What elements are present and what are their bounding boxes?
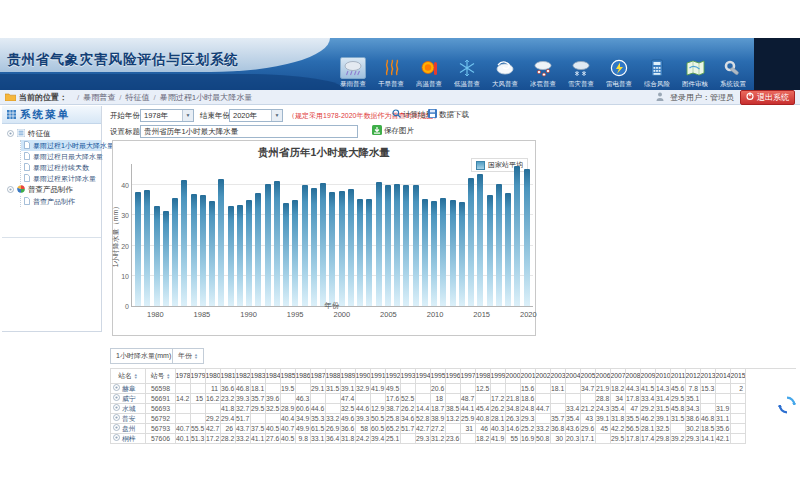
table-year-sort-box[interactable]: 年份 ▲▼ [172,348,204,364]
bar-2003[interactable] [366,199,372,306]
station-cell[interactable]: 盘州 [111,424,146,434]
download-button[interactable]: 数据下载 [428,109,469,120]
column-header-year[interactable]: 2015 [731,369,746,384]
sidebar-item[interactable]: 暴雨过程日最大降水量 [21,151,101,162]
column-header-year[interactable]: 2009 [641,369,656,384]
row-expander-icon[interactable] [113,424,120,433]
sort-arrows-icon[interactable]: ▲▼ [134,373,138,380]
bar-2008[interactable] [413,185,419,306]
bar-1984[interactable] [191,194,197,306]
column-header-year[interactable]: 1996 [446,369,461,384]
row-expander-icon[interactable] [113,394,120,403]
logout-button[interactable]: 退出系统 [740,90,795,105]
station-cell[interactable]: 赫章 [111,384,146,394]
column-header-station[interactable]: 站名▲▼ [111,369,146,384]
column-header-year[interactable]: 2002 [536,369,551,384]
bar-1992[interactable] [265,184,271,306]
station-cell[interactable]: 水城 [111,404,146,414]
column-header-year[interactable]: 2004 [566,369,581,384]
bar-2019[interactable] [514,166,520,306]
chart-title-input[interactable] [140,125,358,138]
bar-2007[interactable] [403,185,409,306]
bar-1995[interactable] [292,200,298,306]
column-header-year[interactable]: 1987 [311,369,326,384]
nav-risk[interactable]: 综合风险 [638,57,676,89]
expander-icon[interactable] [7,186,14,195]
column-header-year[interactable]: 1978 [176,369,191,384]
bar-1993[interactable] [274,181,280,306]
nav-map-review[interactable]: 图件审核 [676,57,714,89]
sort-arrows-icon[interactable]: ▲▼ [166,373,170,380]
column-header-year[interactable]: 1994 [416,369,431,384]
station-cell[interactable]: 普安 [111,414,146,424]
bar-2011[interactable] [440,198,446,306]
save-image-button[interactable]: 保存图片 [372,125,414,137]
bar-1990[interactable] [246,200,252,306]
column-header-year[interactable]: 1998 [476,369,491,384]
bar-1988[interactable] [228,206,234,306]
nav-drought[interactable]: 干旱普查 [372,57,410,89]
bar-1981[interactable] [163,211,169,306]
bar-1978[interactable] [135,192,141,306]
column-header-year[interactable]: 1981 [221,369,236,384]
station-cell[interactable]: 桐梓 [111,434,146,444]
sidebar-item[interactable]: 暴雨过程1小时最大降水量 [21,140,101,151]
column-header-year[interactable]: 1980 [206,369,221,384]
row-expander-icon[interactable] [113,404,120,413]
column-header-year[interactable]: 2005 [581,369,596,384]
expander-icon[interactable] [7,130,14,139]
bar-2010[interactable] [431,201,437,306]
column-header-year[interactable]: 1992 [386,369,401,384]
loading-refresh-icon[interactable] [778,396,796,414]
calculate-button[interactable]: 计算结果 [392,109,433,120]
sidebar-group-0[interactable]: 特征值 [7,128,101,140]
row-expander-icon[interactable] [113,414,120,423]
sidebar-item[interactable]: 暴雨过程累计降水量 [21,173,101,184]
station-cell[interactable]: 威宁 [111,394,146,404]
column-header-year[interactable]: 2010 [656,369,671,384]
bar-2014[interactable] [468,178,474,306]
bar-2020[interactable] [524,169,530,306]
nav-lightning[interactable]: 雷电普查 [600,57,638,89]
bar-1983[interactable] [181,180,187,306]
column-header-year[interactable]: 1985 [281,369,296,384]
start-year-select[interactable]: 1978年 ▼ [140,109,194,122]
nav-wind[interactable]: 大风普查 [486,57,524,89]
bar-2004[interactable] [376,182,382,306]
row-expander-icon[interactable] [113,384,120,393]
row-expander-icon[interactable] [113,434,120,443]
column-header-year[interactable]: 1990 [356,369,371,384]
bar-2000[interactable] [339,191,345,306]
column-header-year[interactable]: 1983 [251,369,266,384]
column-header-year[interactable]: 1988 [326,369,341,384]
bar-2001[interactable] [348,189,354,306]
column-header-year[interactable]: 1999 [491,369,506,384]
bar-1982[interactable] [172,198,178,306]
bar-1999[interactable] [329,192,335,306]
bar-1986[interactable] [209,201,215,306]
bar-1998[interactable] [320,183,326,306]
bar-1996[interactable] [302,185,308,306]
bar-2018[interactable] [505,193,511,306]
column-header-year[interactable]: 2000 [506,369,521,384]
column-header-year[interactable]: 1984 [266,369,281,384]
column-header-year[interactable]: 1993 [401,369,416,384]
column-header-year[interactable]: 2006 [596,369,611,384]
sort-arrows-icon[interactable]: ▲▼ [194,353,198,360]
bar-1985[interactable] [200,195,206,306]
column-header-year[interactable]: 1986 [296,369,311,384]
bar-2002[interactable] [357,199,363,306]
column-header-year[interactable]: 1982 [236,369,251,384]
bar-1979[interactable] [144,190,150,306]
column-header-year[interactable]: 2012 [686,369,701,384]
bar-2016[interactable] [487,195,493,306]
bar-2012[interactable] [450,200,456,306]
bar-1987[interactable] [218,179,224,306]
bar-2006[interactable] [394,184,400,306]
bar-1991[interactable] [255,193,261,306]
column-header-year[interactable]: 2013 [701,369,716,384]
column-header-year[interactable]: 2008 [626,369,641,384]
column-header-year[interactable]: 1979 [191,369,206,384]
column-header-year[interactable]: 2011 [671,369,686,384]
bar-1994[interactable] [283,203,289,306]
